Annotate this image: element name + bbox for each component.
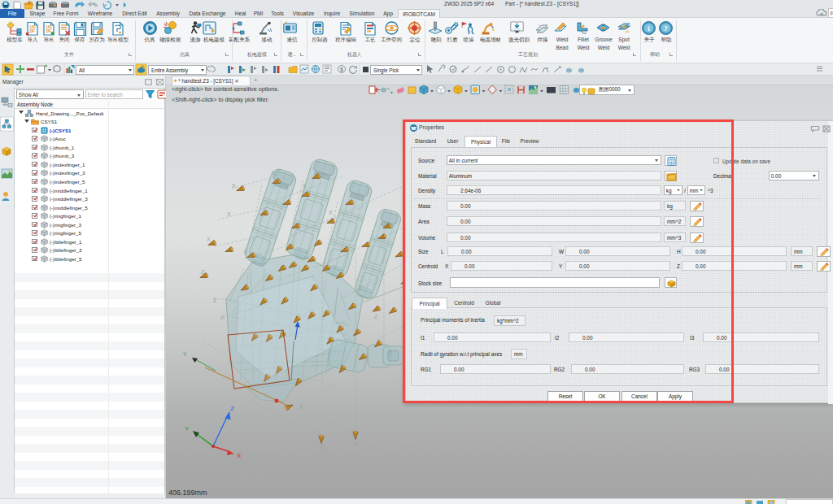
svg-text:X: X xyxy=(220,315,225,320)
svg-text:X: X xyxy=(303,183,307,189)
svg-text:DF: DF xyxy=(30,28,36,33)
svg-text:Z: Z xyxy=(230,405,234,412)
svg-text:Z: Z xyxy=(389,350,393,356)
svg-text:Z: Z xyxy=(355,441,359,447)
svg-text:Y: Y xyxy=(185,425,190,432)
svg-text:$: $ xyxy=(340,67,343,72)
svg-text:Z: Z xyxy=(213,298,217,303)
svg-text:Z: Z xyxy=(374,314,378,319)
svg-text:X: X xyxy=(237,452,242,459)
svg-text:Z: Z xyxy=(321,444,325,450)
svg-text:?: ? xyxy=(664,24,668,33)
svg-text:X: X xyxy=(243,249,247,254)
svg-text:X: X xyxy=(232,183,236,189)
svg-text:Y: Y xyxy=(183,351,187,357)
svg-text:X: X xyxy=(227,211,231,217)
svg-text:Z: Z xyxy=(201,269,205,275)
svg-text:Z: Z xyxy=(358,285,362,290)
svg-text:X: X xyxy=(207,237,211,242)
svg-text:X: X xyxy=(329,210,333,215)
svg-text:X: X xyxy=(299,404,303,410)
svg-text:X: X xyxy=(272,171,276,176)
svg-text:DF: DF xyxy=(46,28,52,33)
